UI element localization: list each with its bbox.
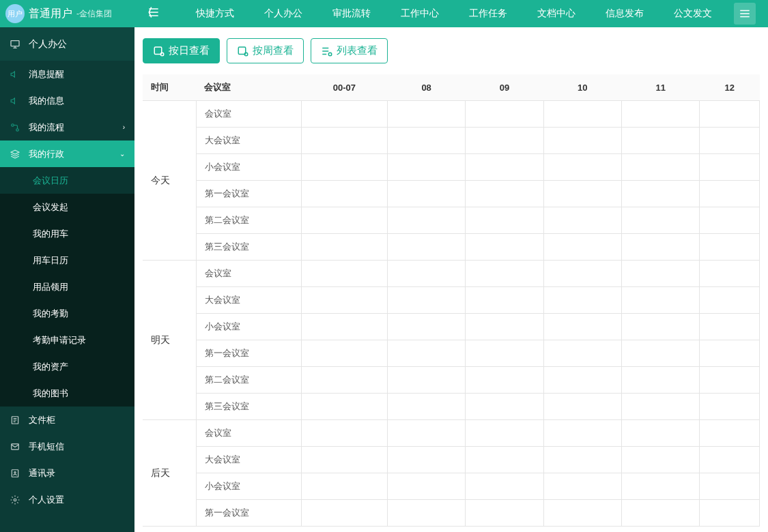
slot-cell[interactable] <box>621 314 699 340</box>
slot-cell[interactable] <box>700 101 760 128</box>
slot-cell[interactable] <box>621 420 699 447</box>
slot-cell[interactable] <box>621 340 699 367</box>
slot-cell[interactable] <box>387 447 465 473</box>
hamburger-menu[interactable] <box>734 3 756 25</box>
slot-cell[interactable] <box>543 420 621 447</box>
slot-cell[interactable] <box>387 128 465 154</box>
slot-cell[interactable] <box>543 154 621 181</box>
slot-cell[interactable] <box>301 154 387 181</box>
slot-cell[interactable] <box>387 181 465 207</box>
slot-cell[interactable] <box>621 207 699 234</box>
slot-cell[interactable] <box>466 340 543 367</box>
user-header[interactable]: 用户 普通用户 -金信集团 <box>0 0 134 27</box>
sidebar-item-myadmin[interactable]: 我的行政 ⌄ <box>0 141 134 167</box>
slot-cell[interactable] <box>621 261 699 287</box>
slot-cell[interactable] <box>543 234 621 261</box>
slot-cell[interactable] <box>387 154 465 181</box>
slot-cell[interactable] <box>621 447 699 473</box>
slot-cell[interactable] <box>466 447 543 473</box>
sidebar-item[interactable]: 通讯录 <box>0 460 134 486</box>
slot-cell[interactable] <box>621 101 699 128</box>
slot-cell[interactable] <box>543 473 621 500</box>
slot-cell[interactable] <box>700 287 760 314</box>
sidebar-sub-item[interactable]: 我的图书 <box>0 380 134 407</box>
slot-cell[interactable] <box>387 473 465 500</box>
sidebar-item-myinfo[interactable]: 我的信息 <box>0 87 134 114</box>
slot-cell[interactable] <box>543 287 621 314</box>
sidebar-sub-item[interactable]: 会议日历 <box>0 167 134 194</box>
sidebar-sub-item[interactable]: 考勤申请记录 <box>0 327 134 353</box>
topnav-item[interactable]: 工作中心 <box>386 0 454 27</box>
slot-cell[interactable] <box>301 287 387 314</box>
sidebar-item[interactable]: 手机短信 <box>0 433 134 460</box>
topnav-item[interactable]: 文档中心 <box>522 0 591 27</box>
sidebar-item[interactable]: 个人设置 <box>0 486 134 513</box>
slot-cell[interactable] <box>301 420 387 447</box>
slot-cell[interactable] <box>700 394 760 420</box>
slot-cell[interactable] <box>621 394 699 420</box>
slot-cell[interactable] <box>700 340 760 367</box>
slot-cell[interactable] <box>543 207 621 234</box>
slot-cell[interactable] <box>387 314 465 340</box>
slot-cell[interactable] <box>387 340 465 367</box>
slot-cell[interactable] <box>543 314 621 340</box>
slot-cell[interactable] <box>387 101 465 128</box>
slot-cell[interactable] <box>700 234 760 261</box>
slot-cell[interactable] <box>301 101 387 128</box>
slot-cell[interactable] <box>301 447 387 473</box>
slot-cell[interactable] <box>700 314 760 340</box>
slot-cell[interactable] <box>301 367 387 394</box>
slot-cell[interactable] <box>621 473 699 500</box>
slot-cell[interactable] <box>621 181 699 207</box>
slot-cell[interactable] <box>466 473 543 500</box>
slot-cell[interactable] <box>301 340 387 367</box>
slot-cell[interactable] <box>543 500 621 527</box>
sidebar-section-personal[interactable]: 个人办公 <box>0 27 134 61</box>
slot-cell[interactable] <box>543 447 621 473</box>
topnav-item[interactable]: 个人办公 <box>249 0 317 27</box>
slot-cell[interactable] <box>301 261 387 287</box>
slot-cell[interactable] <box>621 128 699 154</box>
slot-cell[interactable] <box>466 207 543 234</box>
slot-cell[interactable] <box>700 367 760 394</box>
topnav-item[interactable]: 快捷方式 <box>181 0 249 27</box>
slot-cell[interactable] <box>700 181 760 207</box>
slot-cell[interactable] <box>466 367 543 394</box>
slot-cell[interactable] <box>301 394 387 420</box>
slot-cell[interactable] <box>387 420 465 447</box>
slot-cell[interactable] <box>466 394 543 420</box>
slot-cell[interactable] <box>301 128 387 154</box>
topnav-item[interactable]: 审批流转 <box>317 0 386 27</box>
slot-cell[interactable] <box>700 261 760 287</box>
collapse-sidebar-icon[interactable] <box>147 5 160 22</box>
sidebar-sub-item[interactable]: 我的资产 <box>0 353 134 380</box>
slot-cell[interactable] <box>543 101 621 128</box>
slot-cell[interactable] <box>700 473 760 500</box>
slot-cell[interactable] <box>466 128 543 154</box>
slot-cell[interactable] <box>387 207 465 234</box>
sidebar-sub-item[interactable]: 我的用车 <box>0 220 134 247</box>
slot-cell[interactable] <box>301 207 387 234</box>
slot-cell[interactable] <box>700 207 760 234</box>
slot-cell[interactable] <box>301 473 387 500</box>
slot-cell[interactable] <box>543 367 621 394</box>
sidebar-sub-item[interactable]: 用车日历 <box>0 247 134 274</box>
slot-cell[interactable] <box>543 181 621 207</box>
slot-cell[interactable] <box>466 234 543 261</box>
slot-cell[interactable] <box>700 500 760 527</box>
slot-cell[interactable] <box>387 234 465 261</box>
topnav-item[interactable]: 公文发文 <box>659 0 727 27</box>
slot-cell[interactable] <box>387 287 465 314</box>
view-list-button[interactable]: 列表查看 <box>311 38 388 63</box>
slot-cell[interactable] <box>543 394 621 420</box>
slot-cell[interactable] <box>466 101 543 128</box>
view-day-button[interactable]: 按日查看 <box>143 38 220 63</box>
sidebar-item[interactable]: 文件柜 <box>0 407 134 433</box>
slot-cell[interactable] <box>700 447 760 473</box>
sidebar-sub-item[interactable]: 我的考勤 <box>0 300 134 327</box>
sidebar-sub-item[interactable]: 用品领用 <box>0 274 134 300</box>
slot-cell[interactable] <box>700 154 760 181</box>
slot-cell[interactable] <box>466 420 543 447</box>
slot-cell[interactable] <box>621 287 699 314</box>
slot-cell[interactable] <box>621 234 699 261</box>
